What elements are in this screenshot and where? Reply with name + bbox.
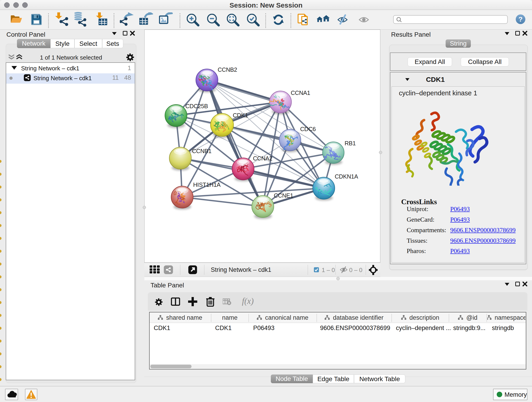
svg-text:CDC25B: CDC25B [185,103,208,109]
svg-text:CDK1: CDK1 [233,112,248,119]
svg-text:CCNE1: CCNE1 [274,192,293,199]
svg-text:CCNB2: CCNB2 [218,66,237,73]
svg-text:CCNA2: CCNA2 [253,155,272,162]
svg-text:RB1: RB1 [345,140,356,147]
svg-text:CCNB1: CCNB1 [192,148,211,154]
svg-text:CDKN1A: CDKN1A [335,173,358,180]
svg-text:CDC6: CDC6 [300,126,316,132]
svg-text:CCNA1: CCNA1 [291,89,310,96]
svg-text:HIST1H1A: HIST1H1A [193,182,221,188]
